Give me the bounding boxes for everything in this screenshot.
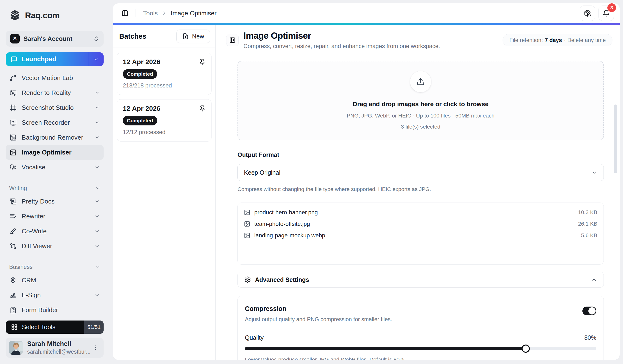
section-writing[interactable]: Writing (6, 185, 104, 192)
sidebar-item-form-builder[interactable]: Form Builder (6, 302, 104, 317)
file-list: product-hero-banner.png 10.3 KB team-pho… (238, 203, 604, 264)
advanced-settings-label: Advanced Settings (255, 276, 591, 283)
batch-card[interactable]: 12 Apr 2026 Completed 218/218 processed (117, 53, 212, 95)
chevron-down-icon (95, 264, 100, 269)
dropzone[interactable]: Drag and drop images here or click to br… (238, 61, 604, 140)
spline-icon (10, 74, 17, 82)
chevron-down-icon (94, 243, 100, 249)
layers-logo-icon (9, 9, 21, 22)
package-search-button[interactable] (580, 5, 595, 21)
compression-toggle[interactable] (582, 307, 596, 315)
file-image-icon (244, 232, 250, 238)
gear-icon (244, 276, 251, 283)
scrollbar[interactable] (614, 105, 617, 173)
launchpad-button[interactable]: Launchpad (6, 52, 104, 66)
chevron-down-icon (94, 292, 100, 298)
batch-card[interactable]: 12 Apr 2026 Completed 12/12 processed (117, 99, 212, 142)
output-format-label: Output Format (238, 151, 604, 158)
sidebar-item-screenshot-studio[interactable]: Screenshot Studio (6, 100, 104, 115)
account-switcher[interactable]: S Sarah's Account (6, 31, 104, 47)
sidebar-item-diff-viewer[interactable]: Diff Viewer (6, 238, 104, 254)
chevron-right-icon (161, 11, 167, 16)
batch-date: 12 Apr 2026 (123, 58, 160, 66)
dropzone-headline: Drag and drop images here or click to br… (353, 100, 489, 108)
compression-desc: Adjust output quality and PNG compressio… (245, 316, 392, 323)
sidebar-item-image-optimiser[interactable]: Image Optimiser (6, 145, 104, 160)
dropzone-selected-count: 3 file(s) selected (401, 124, 440, 130)
sidebar-item-e-sign[interactable]: E-Sign (6, 288, 104, 302)
main-panel: Tools Image Optimiser 3 Batches New (113, 3, 620, 360)
sidebar-item-label: Pretty Docs (22, 198, 89, 205)
quality-slider[interactable] (245, 347, 596, 350)
quality-label: Quality (245, 334, 264, 341)
sidebar: Raq.com S Sarah's Account Launchpad Vect… (0, 0, 109, 364)
clipboard-list-icon (10, 307, 17, 314)
breadcrumb-page: Image Optimiser (171, 10, 217, 17)
chevron-up-icon (591, 277, 597, 282)
dropzone-hint: PNG, JPG, WebP, or HEIC · Up to 100 file… (347, 113, 494, 119)
signature-icon (10, 292, 17, 299)
file-size: 26.1 KB (578, 221, 597, 227)
user-avatar (9, 341, 23, 355)
sidebar-item-crm[interactable]: CRM (6, 273, 104, 288)
brand-logo: Raq.com (6, 9, 104, 22)
file-name: team-photo-offsite.jpg (254, 221, 578, 227)
user-email: sarah.mitchell@westbur... (27, 349, 88, 355)
sidebar-item-rewriter[interactable]: Rewriter (6, 209, 104, 224)
compression-card: Compression Adjust output quality and PN… (238, 296, 604, 360)
file-name: landing-page-mockup.webp (254, 232, 581, 239)
sidebar-item-vector-motion-lab[interactable]: Vector Motion Lab (6, 70, 104, 85)
panel-left-icon[interactable] (122, 10, 128, 17)
sidebar-item-label: Rewriter (22, 213, 89, 220)
collapse-panel-button[interactable] (226, 34, 239, 46)
switch-camera-icon (10, 89, 17, 96)
person-pin-icon (10, 277, 17, 284)
output-format-select[interactable]: Keep Original (238, 164, 604, 181)
sidebar-item-pretty-docs[interactable]: Pretty Docs (6, 194, 104, 209)
sidebar-item-render-to-reality[interactable]: Render to Reality (6, 85, 104, 100)
sidebar-item-background-remover[interactable]: Background Remover (6, 130, 104, 145)
frame-icon (10, 104, 17, 111)
retention-value: 7 days (545, 37, 562, 43)
section-business[interactable]: Business (6, 264, 104, 270)
sidebar-bottom: Select Tools 51/51 Sarah Mitchell sarah.… (6, 321, 104, 358)
pencil-line-icon (10, 228, 17, 235)
batch-processed: 12/12 processed (123, 129, 205, 135)
content-scroll: Drag and drop images here or click to br… (216, 56, 620, 360)
status-badge: Completed (123, 69, 157, 79)
notification-badge: 3 (607, 3, 616, 12)
sidebar-item-label: Background Remover (22, 134, 89, 141)
pin-icon[interactable] (199, 59, 205, 65)
launchpad-caret[interactable] (89, 52, 104, 66)
select-tools-count: 51/51 (84, 321, 104, 334)
breadcrumb-tools[interactable]: Tools (143, 10, 158, 17)
quality-slider-thumb[interactable] (522, 344, 530, 353)
sidebar-item-screen-recorder[interactable]: Screen Recorder (6, 115, 104, 130)
ellipsis-vertical-icon[interactable] (92, 344, 99, 351)
user-card[interactable]: Sarah Mitchell sarah.mitchell@westbur... (6, 338, 104, 358)
select-tools-button[interactable]: Select Tools 51/51 (6, 321, 104, 334)
list-check-icon (10, 213, 17, 220)
new-batch-button[interactable]: New (177, 30, 210, 43)
sidebar-item-vocalise[interactable]: Vocalise (6, 160, 104, 175)
output-format-value: Keep Original (244, 169, 280, 176)
select-tools-label: Select Tools (22, 323, 56, 331)
chevron-down-icon (94, 199, 100, 204)
upload-circle (410, 71, 431, 92)
image-off-icon (10, 134, 17, 141)
compression-title: Compression (245, 305, 392, 313)
file-row: landing-page-mockup.webp 5.6 KB (244, 230, 597, 241)
toggle-knob (588, 307, 596, 315)
sidebar-item-co-write[interactable]: Co-Write (6, 224, 104, 238)
pin-icon[interactable] (199, 105, 205, 112)
sidebar-item-label: Image Optimiser (22, 149, 100, 156)
content-header: Image Optimiser Compress, convert, resiz… (216, 25, 620, 56)
sidebar-item-label: Vector Motion Lab (22, 74, 100, 82)
notifications-button[interactable]: 3 (599, 5, 614, 21)
advanced-settings-toggle[interactable]: Advanced Settings (238, 272, 604, 288)
section-label: Writing (9, 185, 27, 192)
launchpad-label: Launchpad (22, 56, 56, 63)
file-size: 5.6 KB (581, 232, 597, 238)
accent-gradient-bar (113, 23, 620, 25)
image-icon (10, 149, 17, 156)
